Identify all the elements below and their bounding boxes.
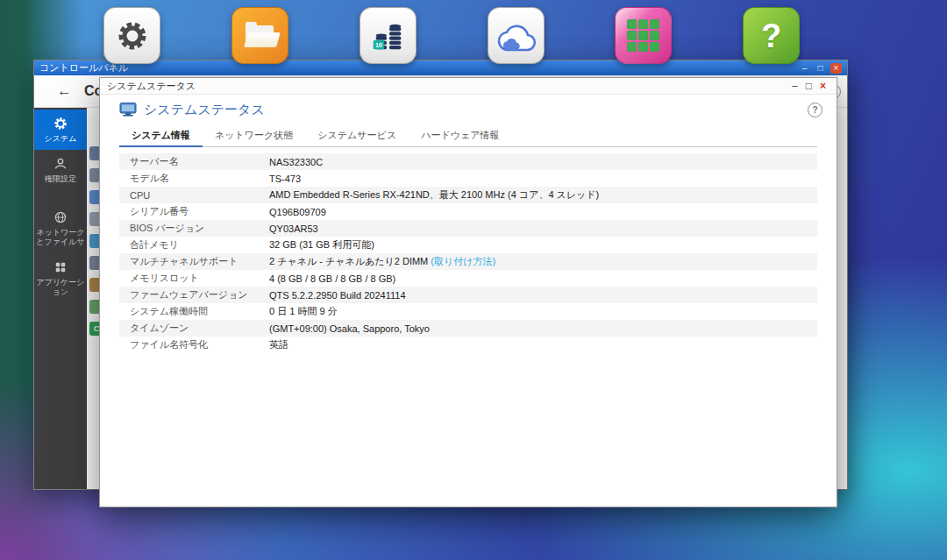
page-title: システムステータス: [144, 102, 265, 118]
minimize-button[interactable]: –: [799, 63, 810, 74]
system-status-titlebar[interactable]: システムステータス – □ ×: [100, 78, 837, 95]
info-label: システム稼働時間: [119, 305, 266, 318]
info-label: ファイル名符号化: [119, 338, 266, 351]
gear-icon: [53, 116, 68, 131]
table-row: メモリスロット 4 (8 GB / 8 GB / 8 GB / 8 GB): [119, 270, 817, 287]
info-label: シリアル番号: [119, 205, 266, 218]
info-label: 合計メモリ: [119, 238, 266, 252]
info-value: AMD Embedded R-Series RX-421ND、最大 2100 M…: [266, 188, 599, 202]
tab-system-service[interactable]: システムサービス: [305, 124, 409, 146]
info-label: モデル名: [119, 172, 266, 185]
sidebar-item-label: アプリケーション: [36, 278, 85, 298]
info-value: QY03AR53: [266, 223, 318, 234]
control-panel-sidebar: システム 権限設定 ネットワークとファイルサ: [34, 108, 87, 489]
table-row: マルチチャネルサポート 2 チャネル - チャネルあたり2 DIMM (取り付け…: [119, 253, 817, 270]
sidebar-item-label: 権限設定: [45, 174, 76, 184]
desktop-icon-help-center[interactable]: ?: [743, 7, 800, 64]
info-label: ファームウェアバージョン: [119, 288, 266, 301]
info-value: TS-473: [266, 174, 301, 184]
user-icon: [53, 156, 68, 172]
info-label: サーバー名: [119, 155, 266, 168]
window-title: システムステータス: [107, 80, 196, 93]
tab-system-info[interactable]: システム情報: [119, 124, 203, 147]
tab-network-status[interactable]: ネットワーク状態: [203, 124, 305, 146]
sidebar-item-applications[interactable]: アプリケーション: [34, 253, 87, 304]
control-panel-titlebar[interactable]: コントロールパネル – □ ×: [34, 60, 847, 75]
info-value: 32 GB (31 GB 利用可能): [266, 238, 374, 252]
help-icon[interactable]: ?: [808, 103, 822, 117]
info-label: BIOS バージョン: [119, 222, 266, 235]
sidebar-item-system[interactable]: システム: [34, 110, 87, 150]
folder-icon: [243, 22, 278, 50]
table-row: CPU AMD Embedded R-Series RX-421ND、最大 21…: [119, 187, 817, 203]
maximize-button[interactable]: □: [815, 63, 826, 74]
desktop: コントロールパネル – □ × ← Con ? システム: [0, 0, 947, 560]
info-value: NAS32330C: [266, 157, 323, 167]
info-value: 2 チャネル - チャネルあたり2 DIMM (取り付け方法): [266, 255, 495, 268]
info-label: CPU: [119, 190, 266, 201]
info-label: メモリスロット: [119, 272, 266, 285]
question-mark-icon: ?: [761, 19, 781, 53]
sidebar-item-network-file[interactable]: ネットワークとファイルサ: [34, 203, 87, 254]
table-row: タイムゾーン (GMT+09:00) Osaka, Sapporo, Tokyo: [119, 320, 817, 337]
app-grid-icon: [627, 19, 659, 52]
storage-badge: 10: [374, 41, 381, 48]
system-info-table: サーバー名 NAS32330C モデル名 TS-473 CPU AMD Embe…: [119, 153, 817, 353]
system-status-header: システムステータス ?: [100, 95, 837, 124]
info-value: 英語: [266, 338, 288, 351]
table-row: システム稼働時間 0 日 1 時間 9 分: [119, 303, 817, 320]
table-row: モデル名 TS-473: [119, 170, 817, 187]
info-value: 0 日 1 時間 9 分: [266, 305, 338, 318]
apps-grid-icon: [53, 259, 68, 275]
desktop-icon-myqnapcloud[interactable]: [488, 7, 545, 64]
back-button[interactable]: ←: [57, 82, 72, 100]
table-row: 合計メモリ 32 GB (31 GB 利用可能): [119, 237, 817, 253]
minimize-button[interactable]: –: [792, 80, 798, 92]
table-row: サーバー名 NAS32330C: [119, 153, 817, 170]
info-label: マルチチャネルサポート: [119, 255, 266, 268]
desktop-icon-file-station[interactable]: [231, 7, 288, 64]
info-value: Q196B09709: [266, 207, 326, 217]
desktop-icon-storage-snapshots[interactable]: 10: [360, 7, 417, 64]
info-label: タイムゾーン: [119, 322, 266, 335]
system-status-tabs: システム情報 ネットワーク状態 システムサービス ハードウェア情報: [119, 124, 817, 147]
close-button[interactable]: ×: [820, 80, 826, 92]
maximize-button[interactable]: □: [806, 80, 812, 92]
info-value-text: 2 チャネル - チャネルあたり2 DIMM: [269, 256, 431, 266]
gear-icon: [113, 17, 152, 55]
tab-hardware-info[interactable]: ハードウェア情報: [409, 124, 511, 146]
system-status-window: システムステータス – □ × システムステータス ? システム情報 ネットワー…: [99, 77, 837, 507]
monitor-icon: [119, 102, 137, 117]
memory-install-link[interactable]: (取り付け方法): [431, 256, 495, 266]
window-buttons: – □ ×: [799, 63, 842, 74]
storage-disks-icon: 10: [368, 16, 409, 56]
table-row: ファイル名符号化 英語: [119, 337, 817, 353]
close-button[interactable]: ×: [830, 63, 842, 74]
desktop-icon-app-center[interactable]: [615, 7, 672, 64]
globe-icon: [53, 209, 68, 225]
info-value: (GMT+09:00) Osaka, Sapporo, Tokyo: [266, 323, 430, 334]
table-row: シリアル番号 Q196B09709: [119, 203, 817, 220]
table-row: ファームウェアバージョン QTS 5.2.2.2950 Build 202411…: [119, 287, 817, 303]
desktop-icon-control-panel[interactable]: [103, 7, 160, 64]
sidebar-item-label: システム: [45, 134, 77, 144]
info-value: QTS 5.2.2.2950 Build 20241114: [266, 290, 406, 301]
window-buttons: – □ ×: [792, 80, 830, 92]
sidebar-item-label: ネットワークとファイルサ: [36, 228, 85, 248]
cloud-icon: [495, 15, 538, 57]
table-row: BIOS バージョン QY03AR53: [119, 220, 817, 237]
sidebar-item-privilege[interactable]: 権限設定: [34, 150, 87, 190]
info-value: 4 (8 GB / 8 GB / 8 GB / 8 GB): [266, 273, 395, 284]
